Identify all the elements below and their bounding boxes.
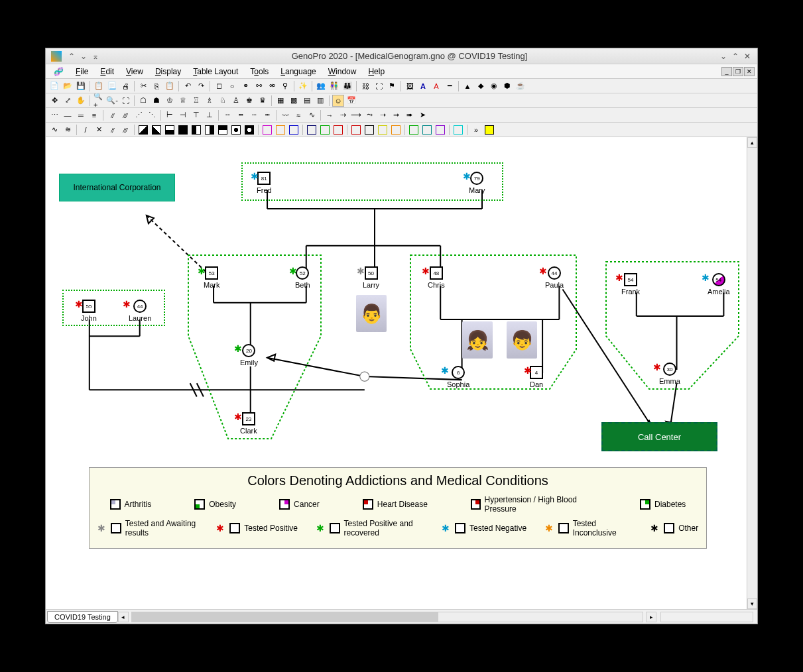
tree2-icon[interactable]: ⚮	[266, 80, 278, 92]
grid1-icon[interactable]: ▦	[275, 95, 286, 107]
flag-icon[interactable]: ⚑	[386, 80, 398, 92]
menu-edit[interactable]: Edit	[95, 66, 119, 78]
wave1-icon[interactable]: 〰	[279, 109, 291, 121]
genogram-canvas[interactable]: International Corporation Call Center 81…	[46, 137, 757, 609]
org-callcenter[interactable]: Call Center	[601, 422, 717, 451]
sheet-tab[interactable]: COVID19 Testing	[47, 611, 118, 623]
mdi-close-button[interactable]: ✕	[744, 67, 755, 76]
person-mary[interactable]: 79 Mary	[469, 172, 485, 194]
grid2-icon[interactable]: ▩	[288, 95, 300, 107]
c-magenta-icon[interactable]	[261, 124, 273, 136]
person-emma[interactable]: 30 Emma	[659, 363, 680, 385]
c-black-icon[interactable]	[363, 124, 375, 136]
slash2-icon[interactable]: ✕	[93, 124, 105, 136]
goto-icon[interactable]: »	[470, 124, 482, 136]
bold-icon[interactable]: A	[417, 80, 429, 92]
canvas-viewport[interactable]: International Corporation Call Center 81…	[46, 137, 757, 609]
horizontal-scrollbar[interactable]	[131, 612, 643, 622]
shape2-icon[interactable]: ◆	[475, 80, 487, 92]
dash2-icon[interactable]: ╍	[235, 109, 247, 121]
copy-doc-icon[interactable]: 📋	[93, 80, 105, 92]
grid4-icon[interactable]: ▥	[314, 95, 326, 107]
sq2-icon[interactable]	[151, 124, 162, 136]
rel4-icon[interactable]: ⋱	[146, 109, 158, 121]
c-red-icon[interactable]	[332, 124, 344, 136]
vertical-scrollbar[interactable]: ▴ ▾	[747, 137, 757, 609]
arr1-icon[interactable]: →	[324, 109, 336, 121]
tree-f-icon[interactable]: ♗	[204, 95, 216, 107]
wave2-icon[interactable]: ≈	[292, 109, 304, 121]
tree-b-icon[interactable]: ☗	[151, 95, 162, 107]
minimize-button[interactable]: ⌄	[719, 52, 728, 61]
conn3-icon[interactable]: ⊤	[190, 109, 202, 121]
scroll-down-icon[interactable]: ▾	[747, 598, 757, 609]
c-orange2-icon[interactable]	[390, 124, 402, 136]
copy-icon[interactable]: ⎘	[151, 80, 162, 92]
tree-d-icon[interactable]: ♕	[177, 95, 189, 107]
zoom-fit-icon[interactable]: ⛶	[119, 95, 131, 107]
menu-file[interactable]: FFileile	[70, 66, 93, 78]
rel3-icon[interactable]: ⋰	[133, 109, 145, 121]
curve1-icon[interactable]: ∿	[48, 124, 60, 136]
sq8-icon[interactable]	[230, 124, 242, 136]
couple-icon[interactable]: 👫	[328, 80, 340, 92]
new-icon[interactable]: 📄	[48, 80, 60, 92]
slash1-icon[interactable]: /	[80, 124, 92, 136]
sq4-icon[interactable]	[177, 124, 189, 136]
person-emily[interactable]: 20 Emily	[240, 344, 258, 366]
cut-icon[interactable]: ✂	[137, 80, 149, 92]
person-fred[interactable]: 81 Fred	[257, 172, 272, 194]
org-corporation[interactable]: International Corporation	[59, 174, 175, 201]
person-larry[interactable]: 50 Larry	[363, 266, 379, 289]
person-sophia[interactable]: 6 Sophia	[447, 366, 469, 388]
menu-window[interactable]: Window	[323, 66, 362, 78]
line4-icon[interactable]: ≡	[88, 109, 100, 121]
c-navy-icon[interactable]	[306, 124, 318, 136]
teacup-icon[interactable]: ☕	[515, 80, 526, 92]
tree3-icon[interactable]: ⚲	[279, 80, 291, 92]
mdi-restore-button[interactable]: ❐	[733, 67, 743, 76]
tree-h-icon[interactable]: ♙	[230, 95, 242, 107]
shape3-icon[interactable]: ◉	[488, 80, 500, 92]
photo-sophia[interactable]: 👧	[462, 321, 493, 359]
tree-e-icon[interactable]: ♖	[190, 95, 202, 107]
sq6-icon[interactable]	[204, 124, 216, 136]
menu-help[interactable]: Help	[363, 66, 390, 78]
person-paula[interactable]: 44 Paula	[545, 266, 564, 289]
c-blue-icon[interactable]	[288, 124, 300, 136]
menu-language[interactable]: Language	[275, 66, 321, 78]
new-family-icon[interactable]: ⚭	[239, 80, 251, 92]
cluster-grandparents[interactable]	[241, 162, 503, 201]
arr4-icon[interactable]: ⤳	[363, 109, 375, 121]
grid3-icon[interactable]: ▤	[301, 95, 313, 107]
arr7-icon[interactable]: ➠	[403, 109, 415, 121]
sq5-icon[interactable]	[190, 124, 202, 136]
slash4-icon[interactable]: ⫻	[119, 124, 131, 136]
open-icon[interactable]: 📂	[62, 80, 74, 92]
maximize-button[interactable]: ⌃	[731, 52, 740, 61]
zoom-out-icon[interactable]: 🔍-	[106, 95, 118, 107]
wand-icon[interactable]: ✨	[297, 80, 309, 92]
dash1-icon[interactable]: ╌	[221, 109, 233, 121]
person-mark[interactable]: 53 Mark	[204, 266, 219, 289]
menu-display[interactable]: Display	[150, 66, 186, 78]
caret-up-icon[interactable]: ⌃	[67, 52, 76, 61]
cal-icon[interactable]: 📅	[345, 95, 357, 107]
highlight-icon[interactable]	[483, 124, 495, 136]
shape1-icon[interactable]: ▲	[462, 80, 473, 92]
arr3-icon[interactable]: ⟶	[350, 109, 362, 121]
group-icon[interactable]: 👪	[341, 80, 353, 92]
caret-top-icon[interactable]: ⌅	[91, 52, 100, 61]
image-icon[interactable]: 🖼	[404, 80, 416, 92]
photo-dan[interactable]: 👦	[507, 321, 537, 359]
arr6-icon[interactable]: ➞	[390, 109, 402, 121]
menu-view[interactable]: View	[121, 66, 149, 78]
dash3-icon[interactable]: ┄	[248, 109, 260, 121]
tree-a-icon[interactable]: ☖	[137, 95, 149, 107]
scroll-right-icon[interactable]: ▸	[646, 612, 656, 622]
scroll-up-icon[interactable]: ▴	[747, 137, 757, 148]
c-teal-icon[interactable]	[421, 124, 433, 136]
paste-icon[interactable]: 📋	[164, 80, 176, 92]
person-john[interactable]: 55 John	[81, 300, 97, 322]
photo-larry[interactable]: 👨	[356, 295, 387, 332]
